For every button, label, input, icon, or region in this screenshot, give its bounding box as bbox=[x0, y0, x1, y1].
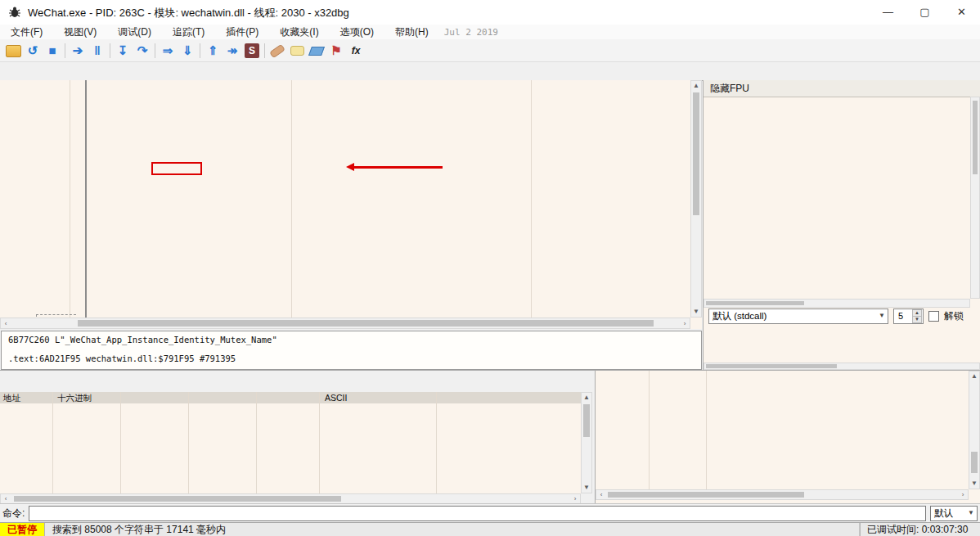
title-bar[interactable]: WeChat.exe - PID: 263C - 模块: wechatwin.d… bbox=[0, 0, 980, 25]
command-profile-select[interactable]: 默认▼ bbox=[930, 506, 978, 521]
hide-fpu-button[interactable]: 隐藏FPU bbox=[704, 80, 980, 97]
toolbar-label-icon[interactable] bbox=[307, 42, 326, 60]
unlock-checkbox[interactable] bbox=[928, 311, 939, 322]
toolbar-step-out-icon[interactable]: ⇑ bbox=[203, 42, 223, 60]
label-icon bbox=[308, 47, 325, 56]
close-button[interactable]: ✕ bbox=[943, 0, 980, 25]
annotation-red-arrow bbox=[354, 166, 443, 169]
toolbar-function-icon[interactable]: fx bbox=[346, 42, 366, 60]
argument-list[interactable] bbox=[704, 325, 980, 363]
toolbar-restart-icon[interactable]: ↺ bbox=[23, 42, 43, 60]
disassembly-view[interactable] bbox=[0, 80, 690, 318]
comment-icon bbox=[290, 46, 304, 56]
debug-state-badge: 已暂停 bbox=[0, 523, 45, 536]
toolbar-open-file-icon[interactable] bbox=[3, 42, 23, 60]
x32dbg-window: WeChat.exe - PID: 263C - 模块: wechatwin.d… bbox=[0, 0, 980, 536]
toolbar-separator bbox=[110, 43, 110, 58]
memory-dump-panel[interactable]: 地址 十六进制 ASCII ‹› ▲▼ bbox=[0, 371, 592, 504]
info-box: 6B77C260 L"_WeChat_App_Instance_Identity… bbox=[1, 331, 702, 370]
menu-item[interactable]: 插件(P) bbox=[215, 25, 269, 39]
stack-vscrollbar[interactable]: ▲▼ bbox=[969, 371, 980, 489]
toolbar-separator bbox=[155, 43, 155, 58]
chevron-down-icon: ▼ bbox=[879, 309, 885, 322]
toolbar-animate-into-icon[interactable]: ↠ bbox=[223, 42, 242, 60]
menu-item[interactable]: 选项(O) bbox=[330, 25, 384, 39]
dump-tabs bbox=[0, 371, 592, 393]
bytes-divider bbox=[291, 80, 292, 318]
toolbar-patch-icon[interactable] bbox=[267, 42, 287, 60]
toolbar-separator bbox=[65, 43, 65, 58]
menu-item[interactable]: 帮助(H) bbox=[384, 25, 439, 39]
arguments-hscrollbar[interactable] bbox=[704, 363, 980, 370]
calling-convention-row: 默认 (stdcall)▼ 5▲▼ 解锁 bbox=[704, 308, 980, 325]
registers-panel[interactable]: 隐藏FPU 默认 (stdcall)▼ 5▲▼ 解锁 bbox=[703, 80, 980, 370]
command-row: 命令: 默认▼ bbox=[0, 503, 980, 522]
register-list[interactable] bbox=[704, 97, 970, 299]
gutter-divider bbox=[70, 80, 70, 318]
menu-item[interactable]: 调试(D) bbox=[107, 25, 162, 39]
dump-header-address: 地址 bbox=[3, 392, 20, 403]
command-label: 命令: bbox=[2, 507, 25, 520]
disasm-vscrollbar[interactable]: ▲▼ bbox=[690, 80, 702, 318]
toolbar-step-over-icon[interactable]: ↷ bbox=[133, 42, 152, 60]
bug-icon bbox=[8, 6, 21, 19]
dump-rows[interactable] bbox=[0, 403, 581, 493]
menu-item[interactable]: 追踪(T) bbox=[162, 25, 215, 39]
address-divider bbox=[85, 80, 87, 318]
dump-vscrollbar[interactable]: ▲▼ bbox=[581, 392, 592, 493]
toolbar: ↺■➔‖↧↷⇒⇓⇑↠S⚑fx bbox=[0, 39, 980, 62]
dump-header: 地址 十六进制 ASCII bbox=[0, 392, 581, 404]
menu-item[interactable]: 视图(V) bbox=[53, 25, 107, 39]
command-input[interactable] bbox=[29, 506, 926, 521]
disasm-hscrollbar[interactable]: ‹› bbox=[0, 318, 690, 329]
info-line-location: .text:6AD21F95 wechatwin.dll:$791F95 #79… bbox=[8, 354, 236, 363]
minimize-button[interactable]: — bbox=[870, 0, 906, 25]
toolbar-seh-tile-icon[interactable]: S bbox=[242, 42, 262, 60]
stack-hscrollbar[interactable]: ‹› bbox=[596, 489, 969, 500]
annotation-red-box bbox=[151, 162, 202, 175]
window-title: WeChat.exe - PID: 263C - 模块: wechatwin.d… bbox=[28, 6, 349, 20]
info-line-string: 6B77C260 L"_WeChat_App_Instance_Identity… bbox=[8, 335, 277, 345]
disassembly-panel[interactable]: ‹› ▲▼ bbox=[0, 80, 702, 329]
debug-time: 已调试时间: 0:03:07:30 bbox=[860, 523, 980, 536]
stack-rows[interactable] bbox=[596, 371, 969, 489]
toolbar-comment-icon[interactable] bbox=[287, 42, 307, 60]
arg-count-stepper[interactable]: 5▲▼ bbox=[893, 309, 924, 324]
status-bar: 已暂停 搜索到 85008 个字符串于 17141 毫秒内 已调试时间: 0:0… bbox=[0, 522, 980, 536]
menu-build-date: Jul 2 2019 bbox=[444, 27, 498, 38]
open-file-icon bbox=[6, 45, 21, 57]
registers-hscrollbar[interactable] bbox=[704, 299, 970, 308]
toolbar-separator bbox=[200, 43, 200, 58]
seh-tile-icon: S bbox=[245, 43, 259, 58]
comment-divider bbox=[531, 80, 532, 318]
dump-header-ascii: ASCII bbox=[325, 392, 347, 403]
annotation-red-arrow-head bbox=[346, 163, 354, 171]
chevron-down-icon: ▼ bbox=[968, 507, 974, 520]
toolbar-bookmark-icon[interactable]: ⚑ bbox=[326, 42, 346, 60]
toolbar-run-icon[interactable]: ➔ bbox=[68, 42, 88, 60]
toolbar-execute-till-return-icon[interactable]: ⇒ bbox=[158, 42, 178, 60]
menu-bar: 文件(F)视图(V)调试(D)追踪(T)插件(P)收藏夹(I)选项(O)帮助(H… bbox=[0, 25, 980, 39]
registers-vscrollbar[interactable] bbox=[970, 97, 980, 299]
dump-header-hex: 十六进制 bbox=[57, 392, 92, 403]
toolbar-run-to-user-code-icon[interactable]: ⇓ bbox=[178, 42, 197, 60]
toolbar-stop-icon[interactable]: ■ bbox=[43, 42, 62, 60]
menu-item[interactable]: 文件(F) bbox=[0, 25, 53, 39]
unlock-label: 解锁 bbox=[944, 309, 964, 323]
toolbar-step-into-icon[interactable]: ↧ bbox=[113, 42, 133, 60]
view-tabs bbox=[0, 62, 980, 81]
toolbar-pause-icon[interactable]: ‖ bbox=[88, 42, 107, 60]
toolbar-separator bbox=[264, 43, 265, 58]
patch-icon bbox=[269, 43, 285, 58]
menu-item[interactable]: 收藏夹(I) bbox=[269, 25, 329, 39]
calling-convention-select[interactable]: 默认 (stdcall)▼ bbox=[708, 309, 888, 324]
maximize-button[interactable]: ▢ bbox=[906, 0, 943, 25]
bottom-section: 地址 十六进制 ASCII ‹› ▲▼ bbox=[0, 370, 980, 503]
stack-panel[interactable]: ‹› ▲▼ bbox=[595, 371, 980, 504]
status-message: 搜索到 85008 个字符串于 17141 毫秒内 bbox=[45, 523, 860, 536]
